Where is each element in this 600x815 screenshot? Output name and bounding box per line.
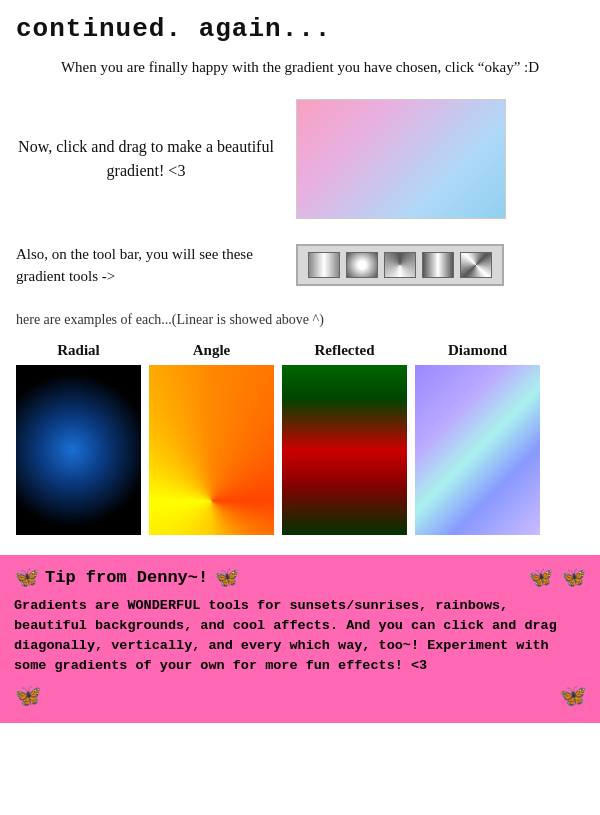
angle-gradient-box xyxy=(149,365,274,535)
reflected-tool-icon[interactable] xyxy=(422,252,454,278)
gradient-preview-box xyxy=(296,99,506,219)
reflected-gradient-box xyxy=(282,365,407,535)
diamond-gradient-box xyxy=(415,365,540,535)
radial-tool-icon[interactable] xyxy=(346,252,378,278)
angle-label: Angle xyxy=(193,342,231,359)
tip-header-text: Tip from Denny~! xyxy=(45,568,208,587)
examples-intro-text: here are examples of each...(Linear is s… xyxy=(0,304,600,332)
butterfly-icon-right2: 🦋 xyxy=(561,565,586,590)
intro-text: When you are finally happy with the grad… xyxy=(0,52,600,91)
gradient-preview-section: Now, click and drag to make a beautiful … xyxy=(0,91,600,235)
butterfly-icon-right1: 🦋 xyxy=(528,565,553,590)
reflected-example: Reflected xyxy=(282,342,407,535)
diamond-tool-icon[interactable] xyxy=(460,252,492,278)
tip-header-right-butterflies: 🦋 🦋 xyxy=(528,565,586,590)
toolbar-icons-box xyxy=(296,244,504,286)
radial-gradient-box xyxy=(16,365,141,535)
diamond-label: Diamond xyxy=(448,342,507,359)
linear-tool-icon[interactable] xyxy=(308,252,340,278)
angle-tool-icon[interactable] xyxy=(384,252,416,278)
page-title: continued. again... xyxy=(0,0,600,52)
gradient-examples-row: Radial Angle Reflected Diamond xyxy=(0,332,600,551)
butterfly-icon-left: 🦋 xyxy=(14,565,39,590)
reflected-label: Reflected xyxy=(315,342,375,359)
radial-label: Radial xyxy=(57,342,100,359)
diamond-example: Diamond xyxy=(415,342,540,535)
tip-footer: 🦋 🦋 xyxy=(14,683,586,709)
drag-instruction-text: Now, click and drag to make a beautiful … xyxy=(16,135,276,183)
angle-example: Angle xyxy=(149,342,274,535)
tip-body-text: Gradients are WONDERFUL tools for sunset… xyxy=(14,596,586,677)
toolbar-instruction-text: Also, on the tool bar, you will see thes… xyxy=(16,243,276,288)
toolbar-section: Also, on the tool bar, you will see thes… xyxy=(0,235,600,304)
butterfly-footer-left: 🦋 xyxy=(14,683,41,709)
butterfly-footer-right: 🦋 xyxy=(559,683,586,709)
butterfly-icon-mid: 🦋 xyxy=(214,565,239,590)
tip-header: 🦋 Tip from Denny~! 🦋 🦋 🦋 xyxy=(14,565,586,590)
tip-box: 🦋 Tip from Denny~! 🦋 🦋 🦋 Gradients are W… xyxy=(0,555,600,723)
radial-example: Radial xyxy=(16,342,141,535)
